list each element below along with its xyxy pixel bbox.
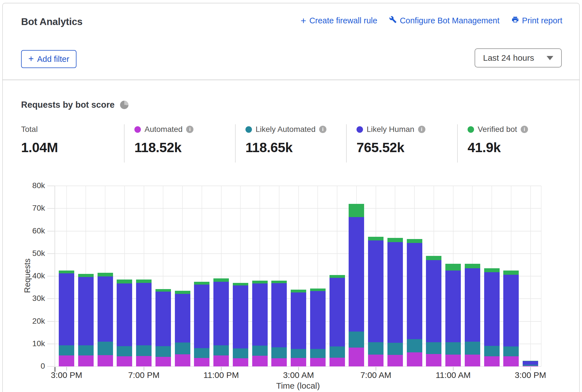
y-tick: [47, 366, 55, 367]
bar-100am: [252, 186, 268, 366]
x-tick-label: 11:00 AM: [425, 370, 481, 380]
y-tick-label: 10k: [22, 339, 45, 348]
requests-by-bot-score-chart: 010k20k30k40k50k60k70k80k3:00 PM7:00 PM1…: [0, 0, 582, 392]
bar-segment-automated: [426, 354, 441, 366]
bar-segment-likely-automated: [252, 346, 268, 356]
bar-segment-verified-bot: [387, 238, 403, 242]
bar-segment-verified-bot: [310, 289, 326, 291]
bar-segment-verified-bot: [407, 239, 422, 243]
bar-segment-likely-automated: [291, 349, 306, 358]
bar-1000pm: [194, 186, 209, 366]
bar-segment-likely-automated: [330, 346, 345, 358]
bar-segment-verified-bot: [484, 268, 500, 272]
bar-segment-automated: [59, 355, 74, 366]
y-tick: [47, 321, 55, 322]
x-tick-label: 11:00 PM: [193, 370, 249, 380]
y-tick: [47, 253, 55, 254]
bar-segment-likely-human: [155, 292, 171, 346]
bar-segment-likely-human: [465, 268, 480, 342]
bot-analytics-page: Bot Analytics + Create firewall rule Con…: [0, 0, 582, 392]
bar-segment-automated: [503, 356, 519, 366]
bar-segment-verified-bot: [445, 264, 461, 271]
bar-400am: [310, 186, 326, 366]
bar-segment-likely-human: [445, 271, 461, 342]
bar-segment-automated: [136, 356, 152, 366]
bar-segment-verified-bot: [117, 280, 132, 283]
bar-segment-likely-human: [117, 283, 132, 346]
bar-segment-likely-automated: [368, 342, 384, 355]
bar-600pm: [117, 186, 132, 366]
bar-300am: [291, 186, 306, 366]
bar-segment-automated: [271, 358, 287, 366]
bar-segment-likely-human: [368, 240, 384, 342]
bar-segment-automated: [484, 356, 500, 366]
bar-1100pm: [213, 186, 229, 366]
bar-segment-likely-human: [310, 291, 326, 349]
bar-segment-verified-bot: [271, 281, 287, 283]
bar-segment-automated: [310, 358, 326, 366]
bar-segment-likely-human: [330, 278, 345, 346]
bar-segment-automated: [465, 355, 480, 366]
bar-segment-automated: [523, 366, 538, 366]
bar-segment-likely-automated: [117, 346, 132, 356]
y-tick-label: 80k: [22, 181, 45, 190]
bar-segment-likely-automated: [271, 347, 287, 358]
bar-segment-verified-bot: [155, 289, 171, 292]
x-tick-label: 7:00 PM: [116, 370, 172, 380]
y-tick: [47, 231, 55, 231]
bar-600am: [349, 186, 364, 366]
x-tick-label: 3:00 PM: [39, 370, 95, 380]
bar-segment-likely-human: [194, 285, 209, 348]
bar-segment-automated: [98, 355, 113, 366]
bar-segment-verified-bot: [213, 278, 229, 282]
y-tick-label: 70k: [22, 204, 45, 213]
bar-segment-automated: [368, 355, 384, 366]
bar-segment-likely-automated: [175, 343, 190, 354]
bar-800am: [387, 186, 403, 366]
bar-segment-likely-human: [407, 243, 422, 339]
bar-segment-likely-automated: [465, 342, 480, 355]
bar-1100am: [445, 186, 461, 366]
bar-segment-automated: [252, 356, 268, 366]
bar-segment-verified-bot: [252, 281, 268, 283]
bar-segment-likely-human: [175, 294, 190, 343]
y-tick: [47, 344, 55, 344]
bar-segment-verified-bot: [503, 271, 519, 275]
axis-origin-tick: [55, 367, 55, 372]
bar-segment-likely-automated: [59, 345, 74, 355]
bar-300pm: [59, 186, 74, 366]
y-tick: [47, 208, 55, 209]
bar-1200pm: [465, 186, 480, 366]
bar-segment-verified-bot: [368, 237, 384, 241]
bar-segment-likely-human: [59, 273, 74, 345]
bar-segment-automated: [233, 358, 248, 366]
bar-segment-likely-automated: [98, 342, 113, 355]
bar-800pm: [155, 186, 171, 366]
y-axis-title: Requests: [23, 234, 32, 318]
bar-segment-verified-bot: [426, 256, 441, 260]
bar-segment-verified-bot: [78, 274, 94, 277]
y-tick: [47, 276, 55, 276]
bar-400pm: [78, 186, 94, 366]
x-tick-label: 3:00 AM: [270, 370, 327, 380]
bar-segment-likely-automated: [503, 346, 519, 356]
bar-segment-likely-human: [78, 277, 94, 345]
bar-segment-automated: [445, 355, 461, 366]
bar-segment-likely-automated: [445, 342, 461, 355]
bar-segment-likely-human: [136, 283, 152, 345]
bar-segment-automated: [194, 358, 209, 366]
bar-segment-automated: [349, 348, 364, 366]
x-tick-label: 7:00 AM: [348, 370, 404, 380]
x-axis-title: Time (local): [242, 381, 354, 391]
bar-segment-likely-human: [233, 285, 248, 348]
bar-200am: [271, 186, 287, 366]
bar-segment-verified-bot: [136, 280, 152, 283]
bar-segment-likely-human: [484, 272, 500, 346]
bar-100pm: [484, 186, 500, 366]
bar-segment-automated: [155, 357, 171, 367]
bar-segment-automated: [117, 356, 132, 366]
bar-500pm: [98, 186, 113, 366]
bar-segment-verified-bot: [233, 283, 248, 285]
bar-segment-likely-automated: [426, 342, 441, 354]
bar-segment-likely-human: [387, 242, 403, 343]
